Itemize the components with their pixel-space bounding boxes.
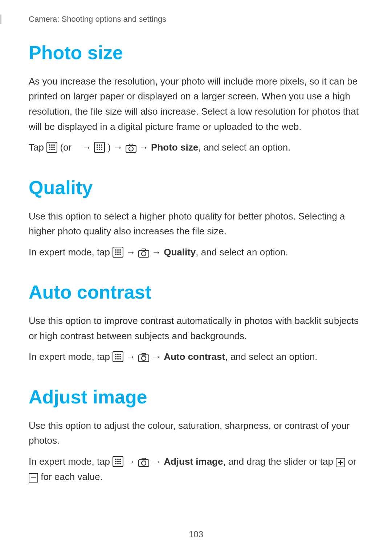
section-quality: Quality Use this option to select a high… [29, 177, 363, 260]
svg-point-54 [117, 461, 119, 462]
section-title-adjust-image: Adjust image [29, 386, 363, 408]
section-title-quality: Quality [29, 177, 363, 199]
instruction-text: In expert mode, tap [29, 351, 113, 362]
svg-point-40 [115, 356, 117, 357]
svg-point-41 [117, 356, 119, 357]
svg-point-38 [117, 354, 119, 355]
svg-point-29 [119, 251, 121, 253]
section-title-photo-size: Photo size [29, 42, 363, 64]
svg-point-28 [117, 251, 119, 253]
svg-point-39 [119, 354, 121, 355]
instruction-text-3: → Auto contrast, and select an option. [152, 351, 318, 362]
svg-point-32 [119, 254, 121, 255]
svg-rect-48 [142, 353, 146, 355]
instruction-text-2: (or → [60, 142, 94, 153]
section-instruction-adjust-image: In expert mode, tap → [29, 454, 363, 484]
svg-point-25 [117, 249, 119, 251]
svg-point-56 [115, 463, 117, 464]
svg-point-8 [51, 149, 53, 150]
instruction-bold-quality: Quality [164, 247, 196, 258]
settings-icon-3 [113, 247, 123, 258]
svg-point-45 [119, 358, 121, 360]
svg-point-60 [142, 461, 146, 465]
svg-point-34 [142, 251, 146, 256]
camera-icon-2 [138, 247, 149, 257]
svg-point-5 [51, 147, 53, 148]
instruction-bold-adjust-image: Adjust image [164, 456, 223, 467]
minus-icon [29, 472, 38, 481]
svg-point-7 [49, 149, 50, 150]
instruction-text-3: → Quality, and select an option. [152, 247, 288, 258]
svg-point-51 [117, 459, 119, 460]
svg-point-43 [115, 358, 117, 360]
settings-icon [46, 142, 57, 153]
svg-point-31 [117, 254, 119, 255]
svg-point-26 [119, 249, 121, 251]
instruction-text-4: or [348, 456, 356, 467]
camera-icon-4 [138, 457, 149, 466]
camera-icon [126, 143, 136, 152]
page-number: 103 [189, 529, 203, 539]
svg-point-9 [53, 149, 55, 150]
svg-rect-22 [129, 144, 133, 146]
section-body-quality: Use this option to select a higher photo… [29, 209, 363, 239]
plus-icon [336, 457, 345, 466]
section-instruction-quality: In expert mode, tap → [29, 245, 363, 260]
page-container: Camera: Shooting options and settings Ph… [0, 0, 392, 554]
section-photo-size: Photo size As you increase the resolutio… [29, 42, 363, 155]
settings-icon-2 [94, 142, 105, 153]
svg-point-19 [101, 149, 102, 150]
instruction-bold-text: Photo size [151, 142, 198, 153]
instruction-text-2: → [126, 247, 138, 258]
section-instruction-auto-contrast: In expert mode, tap → [29, 349, 363, 365]
svg-point-58 [119, 463, 121, 464]
instruction-text-3: → Adjust image, and drag the slider or t… [152, 456, 336, 467]
breadcrumb: Camera: Shooting options and settings [29, 15, 363, 24]
svg-point-30 [115, 254, 117, 255]
svg-point-21 [129, 147, 133, 151]
section-title-auto-contrast: Auto contrast [29, 282, 363, 303]
instruction-text-2: → [126, 456, 138, 467]
settings-icon-4 [113, 351, 123, 362]
svg-point-2 [51, 144, 53, 146]
section-body-photo-size: As you increase the resolution, your pho… [29, 74, 363, 134]
svg-point-3 [53, 144, 55, 146]
svg-point-17 [97, 149, 98, 150]
settings-icon-5 [113, 456, 123, 467]
instruction-text: In expert mode, tap [29, 247, 113, 258]
svg-point-24 [115, 249, 117, 251]
svg-point-15 [99, 147, 100, 148]
svg-point-11 [97, 144, 98, 146]
breadcrumb-text: Camera: Shooting options and settings [29, 15, 166, 24]
svg-rect-61 [142, 458, 146, 460]
svg-point-52 [119, 459, 121, 460]
instruction-text-5: for each value. [41, 471, 103, 482]
svg-rect-35 [142, 249, 146, 251]
instruction-text-3: ) → [108, 142, 126, 153]
svg-point-42 [119, 356, 121, 357]
svg-point-14 [97, 147, 98, 148]
svg-point-16 [101, 147, 102, 148]
instruction-text-4: → Photo size, and select an option. [139, 142, 291, 153]
svg-point-27 [115, 251, 117, 253]
instruction-text-2: → [126, 351, 138, 362]
camera-icon-3 [138, 352, 149, 361]
svg-point-13 [101, 144, 102, 146]
section-body-auto-contrast: Use this option to improve contrast auto… [29, 313, 363, 344]
section-auto-contrast: Auto contrast Use this option to improve… [29, 282, 363, 365]
svg-point-50 [115, 459, 117, 460]
svg-point-6 [53, 147, 55, 148]
svg-point-4 [49, 147, 50, 148]
svg-point-57 [117, 463, 119, 464]
svg-point-53 [115, 461, 117, 462]
svg-point-44 [117, 358, 119, 360]
section-adjust-image: Adjust image Use this option to adjust t… [29, 386, 363, 484]
svg-point-1 [49, 144, 50, 146]
instruction-text: Tap [29, 142, 46, 153]
section-instruction-photo-size: Tap (or → [29, 140, 363, 155]
instruction-bold-auto-contrast: Auto contrast [164, 351, 225, 362]
instruction-text: In expert mode, tap [29, 456, 113, 467]
svg-point-37 [115, 354, 117, 355]
svg-point-47 [142, 356, 146, 361]
section-body-adjust-image: Use this option to adjust the colour, sa… [29, 418, 363, 448]
